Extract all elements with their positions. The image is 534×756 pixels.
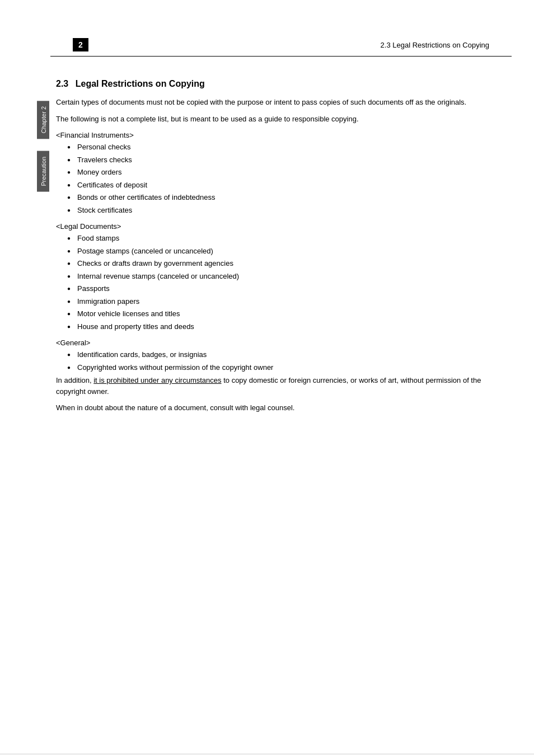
list-item: Bonds or other certificates of indebtedn… <box>67 192 506 203</box>
intro-paragraph-2: The following is not a complete list, bu… <box>56 114 506 125</box>
sidebar-precaution-tab: Precaution <box>37 151 49 192</box>
list-item: Motor vehicle licenses and titles <box>67 308 506 320</box>
intro-paragraph-1: Certain types of documents must not be c… <box>56 97 506 108</box>
list-item: Stock certificates <box>67 205 506 216</box>
financial-list: Personal checks Travelers checks Money o… <box>56 142 506 215</box>
list-item: Checks or drafts drawn by government age… <box>67 258 506 269</box>
list-item: Immigration papers <box>67 296 506 307</box>
list-item: Personal checks <box>67 142 506 153</box>
general-list: Identification cards, badges, or insigni… <box>56 349 506 373</box>
main-content: 2.3 Legal Restrictions on Copying Certai… <box>56 68 506 414</box>
doubt-paragraph: When in doubt about the nature of a docu… <box>56 402 506 414</box>
list-item: Food stamps <box>67 233 506 244</box>
section-title: Legal Restrictions on Copying <box>76 79 205 88</box>
list-item: Travelers checks <box>67 154 506 166</box>
list-item: Internal revenue stamps (canceled or unc… <box>67 271 506 282</box>
list-item: House and property titles and deeds <box>67 321 506 332</box>
sidebar-chapter-tab: Chapter 2 <box>37 101 49 139</box>
list-item: Identification cards, badges, or insigni… <box>67 349 506 360</box>
footer: 2-6 bizhub 161f <box>0 754 534 756</box>
list-item: Postage stamps (canceled or uncanceled) <box>67 246 506 257</box>
sidebar: Chapter 2 Precaution <box>0 101 49 193</box>
header-title: 2.3 Legal Restrictions on Copying <box>381 41 489 49</box>
list-item: Copyrighted works without permission of … <box>67 362 506 373</box>
section-heading: 2.3 Legal Restrictions on Copying <box>56 79 506 89</box>
addition-pre: In addition, <box>56 376 93 384</box>
legal-label: <Legal Documents> <box>56 222 506 231</box>
list-item: Certificates of deposit <box>67 180 506 191</box>
addition-paragraph: In addition, it is prohibited under any … <box>56 375 506 397</box>
section-number: 2.3 <box>56 79 68 88</box>
header-bar: 2 2.3 Legal Restrictions on Copying <box>50 34 512 57</box>
general-label: <General> <box>56 339 506 347</box>
list-item: Money orders <box>67 167 506 178</box>
page-container: 2 2.3 Legal Restrictions on Copying Chap… <box>0 34 534 756</box>
list-item: Passports <box>67 283 506 294</box>
chapter-badge: 2 <box>73 38 88 51</box>
financial-label: <Financial Instruments> <box>56 131 506 139</box>
addition-underline: it is prohibited under any circumstances <box>93 376 221 384</box>
legal-list: Food stamps Postage stamps (canceled or … <box>56 233 506 332</box>
